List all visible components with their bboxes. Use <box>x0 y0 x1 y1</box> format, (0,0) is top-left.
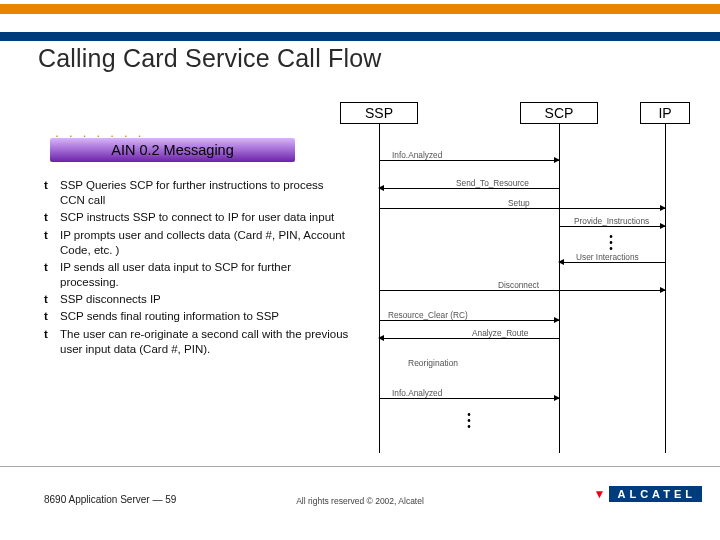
subtitle-text: AIN 0.2 Messaging <box>50 138 295 162</box>
bullet-icon: t <box>44 178 48 193</box>
label-setup: Setup <box>508 198 530 208</box>
arrow-disconnect <box>379 290 665 291</box>
label-user-interactions: User Interactions <box>576 252 639 262</box>
list-item-text: IP sends all user data input to SCP for … <box>60 261 291 288</box>
list-item-text: SCP sends final routing information to S… <box>60 310 279 322</box>
bullet-list: tSSP Queries SCP for further instruction… <box>44 178 350 359</box>
arrow-analyze-route <box>379 338 559 339</box>
list-item: tThe user can re-originate a second call… <box>44 327 350 357</box>
list-item-text: SSP disconnects IP <box>60 293 161 305</box>
actor-ip: IP <box>640 102 690 124</box>
bullet-icon: t <box>44 309 48 324</box>
label-provide-instructions: Provide_Instructions <box>574 216 649 226</box>
list-item: tSCP instructs SSP to connect to IP for … <box>44 210 350 225</box>
lifeline-scp <box>559 123 560 453</box>
logo-text: ALCATEL <box>609 486 702 502</box>
list-item: tSSP Queries SCP for further instruction… <box>44 178 350 208</box>
bullet-icon: t <box>44 228 48 243</box>
list-item: tSSP disconnects IP <box>44 292 350 307</box>
list-item: tIP prompts user and collects data (Card… <box>44 228 350 258</box>
arrow-resource-clear <box>379 320 559 321</box>
actor-scp: SCP <box>520 102 598 124</box>
ellipsis-icon: ••• <box>606 234 616 252</box>
label-analyze-route: Analyze_Route <box>472 328 528 338</box>
list-item: tSCP sends final routing information to … <box>44 309 350 324</box>
label-info-analyzed: Info.Analyzed <box>392 150 442 160</box>
arrow-send-to-resource <box>379 188 559 189</box>
label-resource-clear: Resource_Clear (RC) <box>388 310 468 320</box>
lifeline-ip <box>665 123 666 453</box>
label-info-analyzed-2: Info.Analyzed <box>392 388 442 398</box>
arrow-setup <box>379 208 665 209</box>
subtitle-banner: AIN 0.2 Messaging <box>50 138 295 162</box>
page-title: Calling Card Service Call Flow <box>38 44 382 73</box>
list-item: tIP sends all user data input to SCP for… <box>44 260 350 290</box>
alcatel-logo: ▼ ALCATEL <box>594 486 702 502</box>
ellipsis-icon: ••• <box>464 412 474 430</box>
bullet-icon: t <box>44 210 48 225</box>
arrow-info-analyzed <box>379 160 559 161</box>
bullet-icon: t <box>44 327 48 342</box>
list-item-text: The user can re-originate a second call … <box>60 328 348 355</box>
actor-ssp: SSP <box>340 102 418 124</box>
lifeline-ssp <box>379 123 380 453</box>
list-item-text: SSP Queries SCP for further instructions… <box>60 179 324 206</box>
bullet-icon: t <box>44 292 48 307</box>
top-blue-bar <box>0 32 720 41</box>
label-disconnect: Disconnect <box>498 280 539 290</box>
list-item-text: IP prompts user and collects data (Card … <box>60 229 345 256</box>
top-orange-bar <box>0 4 720 14</box>
label-reorigination: Reorigination <box>408 358 458 368</box>
triangle-icon: ▼ <box>594 489 606 499</box>
bullet-icon: t <box>44 260 48 275</box>
label-send-to-resource: Send_To_Resource <box>456 178 529 188</box>
arrow-provide-instructions <box>559 226 665 227</box>
arrow-info-analyzed-2 <box>379 398 559 399</box>
list-item-text: SCP instructs SSP to connect to IP for u… <box>60 211 334 223</box>
arrow-user-interactions <box>559 262 665 263</box>
footer-divider <box>0 466 720 467</box>
